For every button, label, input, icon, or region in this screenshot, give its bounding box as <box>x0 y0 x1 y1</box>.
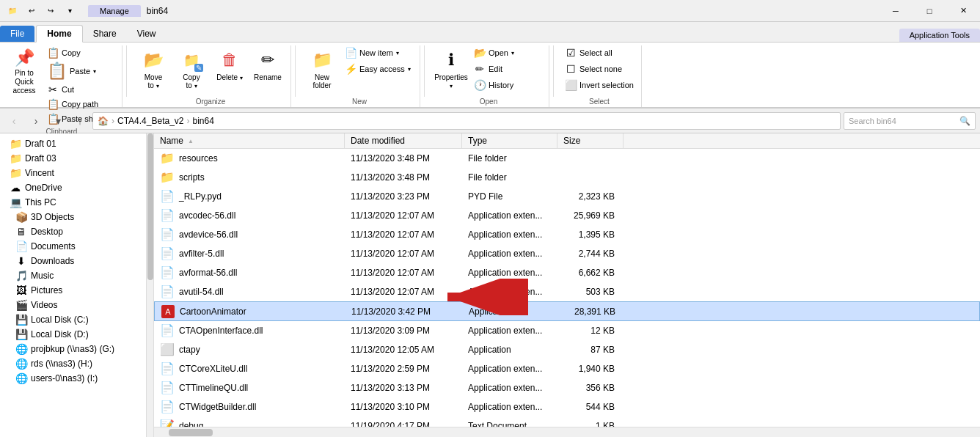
easy-access-label: Easy access <box>359 65 405 73</box>
table-row[interactable]: 📄 CTTimelineQU.dll 11/13/2020 3:13 PM Ap… <box>154 378 980 397</box>
tree-label-3dobjects: 3D Objects <box>31 212 74 222</box>
delete-label: Delete ▾ <box>216 73 243 81</box>
back-button[interactable]: ‹ <box>4 111 23 131</box>
invert-selection-button[interactable]: ⬜ Invert selection <box>562 78 637 92</box>
tree-item-projbkup[interactable]: 🌐projbkup (\\nas3) (G:) <box>0 342 146 356</box>
paste-button[interactable]: 📋 Paste ▾ <box>44 60 117 82</box>
tree-item-music[interactable]: 🎵Music <box>0 268 146 283</box>
table-row[interactable]: A CartoonAnimator 11/13/2020 3:42 PM App… <box>154 301 980 321</box>
properties-dropdown-icon: ▾ <box>450 83 453 89</box>
cut-button[interactable]: ✂ Cut <box>44 82 117 97</box>
open-button[interactable]: 📂 Open ▾ <box>471 45 544 60</box>
qat-undo[interactable]: ↩ <box>23 3 40 19</box>
qat-dropdown[interactable]: ▾ <box>62 3 78 19</box>
horizontal-scrollbar[interactable] <box>154 427 980 437</box>
tree-item-downloads[interactable]: ⬇Downloads <box>0 254 146 268</box>
tree-item-rds[interactable]: 🌐rds (\\nas3) (H:) <box>0 356 146 371</box>
breadcrumb-level2[interactable]: bin64 <box>193 116 214 126</box>
table-row[interactable]: 📄 CTAOpenInterface.dll 11/13/2020 3:09 P… <box>154 321 980 340</box>
search-box[interactable]: Search bin64 🔍 <box>844 112 976 130</box>
maximize-button[interactable]: □ <box>913 0 946 22</box>
qat-redo[interactable]: ↪ <box>43 3 59 19</box>
table-row[interactable]: 📄 avcodec-56.dll 11/13/2020 12:07 AM App… <box>154 206 980 225</box>
pin-to-quick-access-button[interactable]: 📌 Pin to Quick access <box>6 45 43 94</box>
col-header-date[interactable]: Date modified <box>345 133 462 148</box>
up-button[interactable]: ↑ <box>70 111 89 131</box>
tree-item-thispc[interactable]: 💻This PC <box>0 195 146 210</box>
tab-file[interactable]: File <box>0 26 34 42</box>
forward-button[interactable]: › <box>26 111 45 131</box>
table-row[interactable]: 📄 avfilter-5.dll 11/13/2020 12:07 AM App… <box>154 244 980 263</box>
table-row[interactable]: 📄 avdevice-56.dll 11/13/2020 12:07 AM Ap… <box>154 225 980 244</box>
tree-icon-locald: 💾 <box>15 328 28 340</box>
table-row[interactable]: 📁 resources 11/13/2020 3:48 PM File fold… <box>154 149 980 168</box>
file-list[interactable]: Name ▲ Date modified Type Size 📁 resourc… <box>154 133 980 427</box>
new-folder-button[interactable]: 📁 Newfolder <box>304 45 340 94</box>
select-all-button[interactable]: ☑ Select all <box>562 45 637 60</box>
left-scrollbar-thumb[interactable] <box>147 133 153 280</box>
tab-application-tools[interactable]: Application Tools <box>899 29 980 42</box>
copy-to-button[interactable]: 📁 ✎ Copyto ▾ <box>173 45 210 94</box>
table-row[interactable]: 📁 scripts 11/13/2020 3:48 PM File folder <box>154 168 980 187</box>
file-date-12: 11/13/2020 3:13 PM <box>345 381 462 394</box>
rename-button[interactable]: ✏ Rename <box>249 45 286 94</box>
col-header-name[interactable]: Name ▲ <box>154 133 345 148</box>
delete-button[interactable]: 🗑 Delete ▾ <box>211 45 248 94</box>
tree-item-pictures[interactable]: 🖼Pictures <box>0 283 146 298</box>
history-button[interactable]: 🕐 History <box>471 78 544 92</box>
table-row[interactable]: 📄 avutil-54.dll 11/13/2020 12:07 AM Appl… <box>154 282 980 301</box>
copy-button[interactable]: 📋 Copy <box>44 45 117 60</box>
easy-access-button[interactable]: ⚡ Easy access ▾ <box>342 62 415 76</box>
tree-item-localc[interactable]: 💾Local Disk (C:) <box>0 312 146 327</box>
copy-path-button[interactable]: 📋 Copy path <box>44 97 117 111</box>
table-row[interactable]: ⬜ ctapy 11/13/2020 12:05 AM Application … <box>154 340 980 359</box>
edit-button[interactable]: ✏ Edit <box>471 62 544 76</box>
cut-label: Cut <box>62 85 74 94</box>
tree-item-videos[interactable]: 🎬Videos <box>0 298 146 312</box>
ribbon-group-select: ☑ Select all ☐ Select none ⬜ Invert sele… <box>557 45 642 107</box>
tab-share[interactable]: Share <box>83 26 127 42</box>
tree-item-users[interactable]: 🌐users-0\nas3) (I:) <box>0 371 146 386</box>
table-row[interactable]: 📄 avformat-56.dll 11/13/2020 12:07 AM Ap… <box>154 263 980 282</box>
breadcrumb[interactable]: 🏠 › CTA4.4_Beta_v2 › bin64 <box>92 112 841 130</box>
table-row[interactable]: 📄 CTCoreXLiteU.dll 11/13/2020 2:59 PM Ap… <box>154 359 980 378</box>
file-name-text-9: CTAOpenInterface.dll <box>179 326 263 336</box>
tree-item-locald[interactable]: 💾Local Disk (D:) <box>0 327 146 342</box>
file-size-14: 1 KB <box>557 419 624 427</box>
file-icon-4: 📄 <box>160 227 175 241</box>
tab-home[interactable]: Home <box>36 25 82 43</box>
tab-view[interactable]: View <box>127 26 167 42</box>
table-row[interactable]: 📄 _RLPy.pyd 11/13/2020 3:23 PM PYD File … <box>154 187 980 206</box>
move-to-button[interactable]: 📂 Moveto ▾ <box>135 45 172 94</box>
tree-item-draft01[interactable]: 📁Draft 01 <box>0 136 146 151</box>
edit-label: Edit <box>489 65 502 73</box>
tree-item-documents[interactable]: 📄Documents <box>0 239 146 254</box>
new-item-button[interactable]: 📄 New item ▾ <box>342 45 415 60</box>
file-name-8: A CartoonAnimator <box>155 303 345 320</box>
col-header-type[interactable]: Type <box>462 133 557 148</box>
pin-label: Pin to Quick access <box>7 69 41 95</box>
file-name-3: 📄 avcodec-56.dll <box>154 207 345 224</box>
left-panel-scrollbar[interactable] <box>147 133 154 437</box>
select-none-button[interactable]: ☐ Select none <box>562 62 637 76</box>
file-icon-14: 📝 <box>160 419 175 427</box>
horizontal-scrollbar-thumb[interactable] <box>169 429 213 436</box>
file-name-4: 📄 avdevice-56.dll <box>154 226 345 243</box>
file-name-12: 📄 CTTimelineQU.dll <box>154 379 345 396</box>
tree-item-3dobjects[interactable]: 📦3D Objects <box>0 210 146 224</box>
minimize-button[interactable]: ─ <box>879 0 913 22</box>
table-row[interactable]: 📝 debug 11/19/2020 4:17 PM Text Document… <box>154 416 980 427</box>
tree-item-vincent[interactable]: 📁Vincent <box>0 166 146 180</box>
table-row[interactable]: 📄 CTWidgetBuilder.dll 11/13/2020 3:10 PM… <box>154 397 980 416</box>
close-button[interactable]: ✕ <box>946 0 980 22</box>
file-name-text-8: CartoonAnimator <box>180 306 246 317</box>
tree-item-desktop[interactable]: 🖥Desktop <box>0 224 146 239</box>
recent-locations-button[interactable]: ▾ <box>48 111 67 131</box>
tree-icon-rds: 🌐 <box>15 358 28 370</box>
tree-item-draft03[interactable]: 📁Draft 03 <box>0 151 146 166</box>
properties-button[interactable]: ℹ Properties ▾ <box>433 45 469 94</box>
tree-item-onedrive[interactable]: ☁OneDrive <box>0 180 146 195</box>
col-header-size[interactable]: Size <box>557 133 624 148</box>
tree-label-onedrive: OneDrive <box>25 183 62 193</box>
breadcrumb-level1[interactable]: CTA4.4_Beta_v2 <box>117 116 184 126</box>
